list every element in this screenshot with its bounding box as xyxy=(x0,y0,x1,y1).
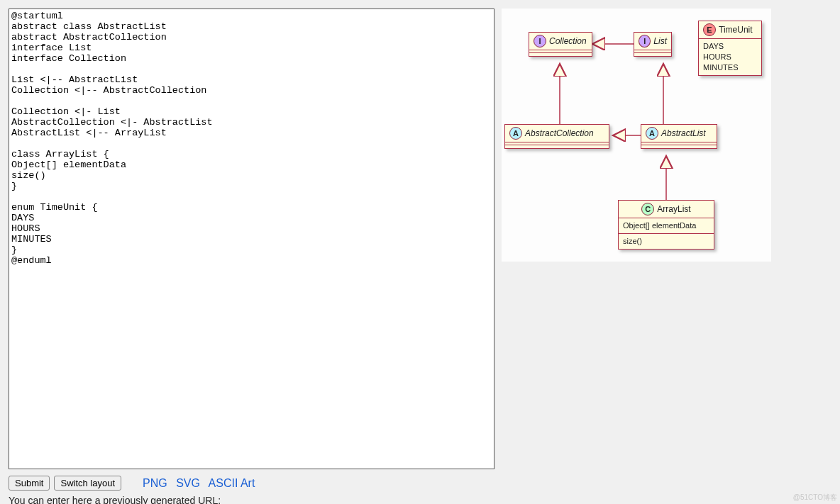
uml-enum-timeunit: E TimeUnit DAYS HOURS MINUTES xyxy=(698,21,762,76)
enum-icon: E xyxy=(703,23,716,36)
uml-class-abstractcollection: A AbstractCollection xyxy=(504,124,609,149)
interface-icon: I xyxy=(639,35,651,47)
plantuml-source-editor[interactable] xyxy=(9,9,494,469)
svg-link[interactable]: SVG xyxy=(176,477,200,489)
uml-class-name: Collection xyxy=(549,36,587,46)
uml-class-collection: I Collection xyxy=(529,32,592,57)
uml-class-name: AbstractCollection xyxy=(525,128,594,138)
abstract-icon: A xyxy=(646,127,658,140)
uml-class-arraylist: C ArrayList Object[] elementData size() xyxy=(618,200,714,250)
png-link[interactable]: PNG xyxy=(143,477,167,489)
ascii-art-link[interactable]: ASCII Art xyxy=(209,477,255,489)
url-input-note: You can enter here a previously generate… xyxy=(9,495,494,504)
enum-value: HOURS xyxy=(703,52,757,62)
enum-value: DAYS xyxy=(703,41,757,52)
uml-class-name: List xyxy=(653,36,667,46)
class-icon: C xyxy=(641,203,654,215)
uml-class-abstractlist: A AbstractList xyxy=(641,124,717,149)
switch-layout-button[interactable]: Switch layout xyxy=(54,476,121,491)
uml-diagram-output: I Collection I List E TimeUnit DAYS HOUR… xyxy=(502,9,771,262)
abstract-icon: A xyxy=(509,127,522,140)
enum-value: MINUTES xyxy=(703,62,757,73)
uml-class-name: AbstractList xyxy=(661,128,706,138)
submit-button[interactable]: Submit xyxy=(9,476,50,491)
class-attribute: Object[] elementData xyxy=(623,220,709,231)
uml-class-list: I List xyxy=(634,32,672,57)
uml-class-name: ArrayList xyxy=(657,204,690,214)
watermark: @51CTO博客 xyxy=(793,493,837,503)
interface-icon: I xyxy=(534,35,546,47)
class-operation: size() xyxy=(623,236,709,247)
uml-class-name: TimeUnit xyxy=(719,25,753,35)
